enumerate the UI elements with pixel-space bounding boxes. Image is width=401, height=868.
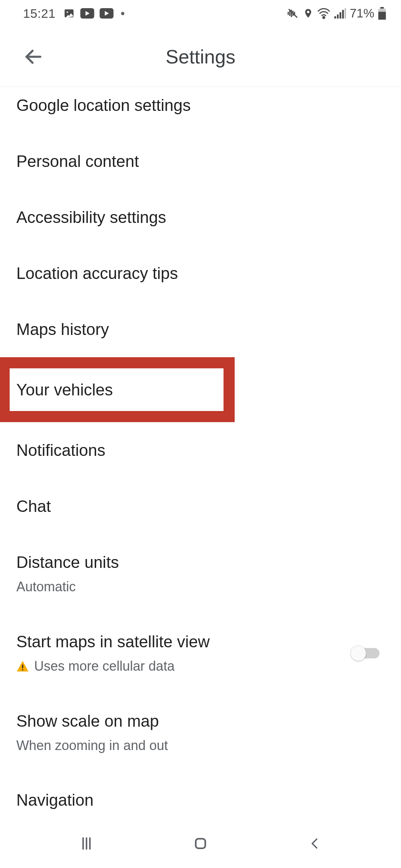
warning-icon (16, 660, 29, 673)
satellite-toggle[interactable] (350, 644, 383, 662)
item-title: Maps history (16, 319, 385, 339)
svg-rect-13 (378, 12, 386, 20)
item-subtitle: When zooming in and out (16, 737, 385, 754)
settings-item-chat[interactable]: Chat (0, 478, 401, 534)
nav-recents-button[interactable] (64, 829, 109, 858)
item-title: Location accuracy tips (16, 263, 385, 283)
subtitle-text: Uses more cellular data (34, 658, 175, 675)
switch-thumb (351, 645, 366, 661)
item-title: Chat (16, 496, 385, 516)
battery-text: 71% (350, 6, 374, 20)
svg-rect-20 (196, 839, 205, 848)
item-title: Google location settings (16, 95, 385, 115)
settings-item-your-vehicles[interactable]: Your vehicles (10, 368, 224, 411)
item-title: Show scale on map (16, 711, 385, 731)
svg-rect-10 (380, 7, 384, 9)
item-title: Notifications (16, 440, 385, 460)
back-button[interactable] (19, 42, 48, 72)
settings-item-show-scale[interactable]: Show scale on map When zooming in and ou… (0, 693, 401, 772)
nav-home-button[interactable] (178, 829, 223, 858)
item-subtitle: Uses more cellular data (16, 658, 350, 675)
battery-icon (378, 7, 386, 20)
item-title: Navigation (16, 790, 385, 810)
item-title: Your vehicles (10, 368, 224, 411)
svg-rect-6 (337, 14, 339, 19)
svg-rect-8 (342, 10, 344, 19)
settings-item-google-location[interactable]: Google location settings (0, 87, 401, 133)
svg-point-1 (66, 11, 68, 13)
nav-back-button[interactable] (292, 829, 337, 858)
svg-point-4 (323, 17, 325, 19)
android-nav-bar (0, 819, 401, 868)
status-time: 15:21 (23, 6, 56, 21)
youtube-icon (100, 8, 114, 19)
wifi-icon (317, 8, 330, 19)
status-left: 15:21 (23, 6, 124, 21)
app-header: Settings (0, 27, 401, 87)
item-title: Accessibility settings (16, 207, 385, 227)
svg-rect-7 (339, 12, 341, 19)
settings-item-personal-content[interactable]: Personal content (0, 133, 401, 189)
settings-item-navigation[interactable]: Navigation (0, 772, 401, 819)
location-icon (303, 8, 313, 19)
settings-list[interactable]: Google location settings Personal conten… (0, 87, 401, 819)
signal-icon (334, 8, 346, 19)
svg-rect-9 (345, 8, 346, 19)
item-subtitle: Automatic (16, 578, 385, 596)
youtube-icon (80, 8, 94, 19)
more-notifications-icon (121, 12, 124, 15)
svg-rect-5 (334, 16, 336, 19)
settings-item-maps-history[interactable]: Maps history (0, 301, 401, 357)
item-title: Distance units (16, 552, 385, 572)
arrow-left-icon (23, 46, 44, 67)
item-title: Personal content (16, 151, 385, 171)
image-icon (63, 7, 75, 19)
highlight-annotation: Your vehicles (0, 357, 235, 422)
item-title: Start maps in satellite view (16, 631, 350, 652)
settings-item-distance-units[interactable]: Distance units Automatic (0, 534, 401, 614)
vibrate-silent-icon (287, 7, 299, 20)
recents-icon (78, 835, 95, 852)
status-bar: 15:21 (0, 0, 401, 27)
page-title: Settings (0, 46, 401, 68)
svg-rect-16 (22, 670, 23, 671)
settings-item-notifications[interactable]: Notifications (0, 422, 401, 478)
settings-item-satellite-view[interactable]: Start maps in satellite view Uses more c… (0, 614, 401, 693)
chevron-left-icon (308, 835, 321, 852)
settings-item-location-tips[interactable]: Location accuracy tips (0, 245, 401, 301)
settings-item-accessibility[interactable]: Accessibility settings (0, 189, 401, 245)
svg-rect-15 (22, 665, 23, 668)
status-right: 71% (287, 6, 386, 20)
home-square-icon (192, 835, 209, 852)
